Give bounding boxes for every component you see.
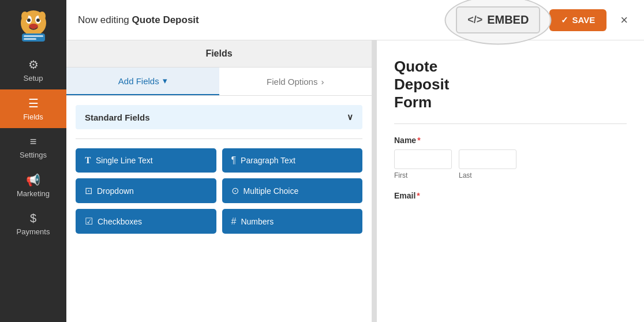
email-required-star: * xyxy=(417,191,420,200)
paragraph-icon: ¶ xyxy=(231,155,237,166)
standard-fields-label: Standard Fields xyxy=(85,113,150,122)
fields-panel-header: Fields xyxy=(66,40,372,68)
sidebar-item-marketing-label: Marketing xyxy=(17,189,50,198)
embed-button-area: </> EMBED xyxy=(456,6,540,33)
payments-icon: $ xyxy=(30,212,36,225)
fields-icon: ☰ xyxy=(28,96,39,110)
email-field-group: Email* xyxy=(394,191,627,200)
form-name: Quote Deposit xyxy=(132,14,199,25)
field-btn-paragraph[interactable]: ¶ Paragraph Text xyxy=(222,148,363,173)
field-btn-dropdown[interactable]: ⊡ Dropdown xyxy=(76,178,216,203)
tab-add-fields-chevron: ▾ xyxy=(163,76,167,86)
drag-handle[interactable] xyxy=(372,40,377,322)
form-title: QuoteDepositForm xyxy=(394,58,627,112)
numbers-icon: # xyxy=(231,216,237,227)
last-name-input[interactable] xyxy=(459,149,516,169)
field-btn-numbers-label: Numbers xyxy=(241,217,274,226)
field-btn-dropdown-label: Dropdown xyxy=(97,186,134,196)
standard-fields-header[interactable]: Standard Fields ∨ xyxy=(76,105,362,129)
multiple-choice-icon: ⊙ xyxy=(231,185,239,196)
tab-field-options-chevron: › xyxy=(321,77,324,87)
tab-add-fields[interactable]: Add Fields ▾ xyxy=(66,68,219,95)
fields-header-label: Fields xyxy=(205,48,232,58)
close-icon: × xyxy=(620,13,628,27)
first-label: First xyxy=(394,171,452,179)
tab-field-options-label: Field Options xyxy=(267,77,317,87)
svg-rect-8 xyxy=(22,33,45,42)
setup-icon: ⚙ xyxy=(28,58,39,72)
field-btn-paragraph-label: Paragraph Text xyxy=(241,156,295,165)
field-btn-multiple-choice-label: Multiple Choice xyxy=(244,186,299,196)
last-name-wrap: Last xyxy=(459,149,516,179)
svg-point-4 xyxy=(36,18,40,22)
svg-point-6 xyxy=(21,12,28,21)
sidebar: ⚙ Setup ☰ Fields ≡ Settings 📢 Marketing … xyxy=(0,0,66,322)
fields-panel: Fields Add Fields ▾ Field Options › Stan… xyxy=(66,40,372,322)
name-inputs: First Last xyxy=(394,149,627,179)
field-btn-numbers[interactable]: # Numbers xyxy=(222,209,363,234)
field-btn-checkboxes[interactable]: ☑ Checkboxes xyxy=(76,209,216,234)
preview-panel: QuoteDepositForm Name* First Last xyxy=(377,40,644,322)
main-area: Now editing Quote Deposit </> EMBED SAVE… xyxy=(66,0,644,322)
first-name-wrap: First xyxy=(394,149,452,179)
svg-point-3 xyxy=(27,18,31,22)
standard-fields-chevron: ∨ xyxy=(347,112,353,122)
field-divider xyxy=(76,138,362,139)
embed-button[interactable]: </> EMBED xyxy=(456,6,540,33)
svg-rect-9 xyxy=(24,35,43,37)
embed-label: EMBED xyxy=(487,13,529,27)
svg-point-7 xyxy=(39,12,46,21)
field-btn-multiple-choice[interactable]: ⊙ Multiple Choice xyxy=(222,178,363,203)
sidebar-item-fields-label: Fields xyxy=(23,113,43,121)
name-field-group: Name* First Last xyxy=(394,136,627,179)
sidebar-item-settings[interactable]: ≡ Settings xyxy=(0,128,66,166)
sidebar-item-payments-label: Payments xyxy=(17,227,50,236)
marketing-icon: 📢 xyxy=(26,173,40,187)
field-btn-single-line[interactable]: 𝐓 Single Line Text xyxy=(76,148,216,173)
save-label: SAVE xyxy=(572,15,595,25)
field-btn-checkboxes-label: Checkboxes xyxy=(98,217,142,226)
sidebar-item-fields[interactable]: ☰ Fields xyxy=(0,89,66,128)
first-name-input[interactable] xyxy=(394,149,452,169)
fields-tabs: Add Fields ▾ Field Options › xyxy=(66,68,372,96)
field-buttons-grid: 𝐓 Single Line Text ¶ Paragraph Text ⊡ Dr… xyxy=(76,148,362,234)
close-button[interactable]: × xyxy=(616,10,632,30)
dropdown-icon: ⊡ xyxy=(85,185,92,196)
email-label: Email* xyxy=(394,191,627,200)
sidebar-item-payments[interactable]: $ Payments xyxy=(0,205,66,243)
tab-field-options[interactable]: Field Options › xyxy=(219,68,372,95)
single-line-icon: 𝐓 xyxy=(85,155,91,166)
svg-rect-10 xyxy=(24,38,36,40)
topbar: Now editing Quote Deposit </> EMBED SAVE… xyxy=(66,0,644,40)
sidebar-item-setup-label: Setup xyxy=(24,74,43,83)
editing-prefix: Now editing xyxy=(78,14,132,25)
name-required-star: * xyxy=(417,136,420,145)
checkboxes-icon: ☑ xyxy=(85,216,93,227)
settings-icon: ≡ xyxy=(30,135,37,148)
tab-add-fields-label: Add Fields xyxy=(118,76,159,86)
name-label: Name* xyxy=(394,136,627,145)
app-logo xyxy=(13,6,54,46)
topbar-title: Now editing Quote Deposit xyxy=(78,14,447,26)
field-btn-single-line-label: Single Line Text xyxy=(96,156,153,165)
fields-content: Standard Fields ∨ 𝐓 Single Line Text ¶ P… xyxy=(66,96,372,322)
sidebar-item-settings-label: Settings xyxy=(20,151,47,159)
last-label: Last xyxy=(459,171,516,179)
embed-code-icon: </> xyxy=(467,14,482,26)
content-area: Fields Add Fields ▾ Field Options › Stan… xyxy=(66,40,644,322)
sidebar-item-setup[interactable]: ⚙ Setup xyxy=(0,51,66,89)
sidebar-item-marketing[interactable]: 📢 Marketing xyxy=(0,166,66,205)
form-divider xyxy=(394,123,627,124)
save-button[interactable]: SAVE xyxy=(549,9,606,31)
